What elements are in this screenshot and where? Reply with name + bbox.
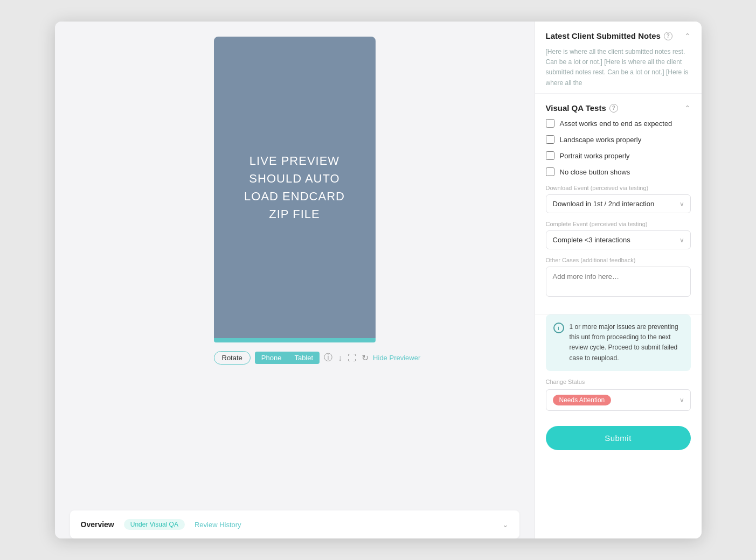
change-status-section: Change Status Needs Attention [535,379,702,418]
qa-check-label-1: Asset works end to end as expected [560,120,672,128]
download-event-group: Download Event (perceived via testing) D… [546,185,691,213]
notes-content: [Here is where all the client submitted … [546,47,691,86]
needs-attention-badge: Needs Attention [553,395,612,405]
right-panel: Latest Client Submitted Notes ? ⌃ [Here … [535,22,702,538]
qa-checkbox-2[interactable] [546,135,554,144]
download-icon[interactable]: ↓ [338,353,342,363]
status-select-wrapper: Needs Attention [546,389,691,411]
notes-section: Latest Client Submitted Notes ? ⌃ [Here … [535,22,702,94]
info-banner-text: 1 or more major issues are preventing th… [570,322,683,363]
refresh-icon[interactable]: ↻ [362,353,369,363]
qa-section-title: Visual QA Tests ? [546,103,618,113]
complete-event-select[interactable]: Complete <3 interactions Complete 3+ int… [546,230,691,249]
download-event-select[interactable]: Download in 1st / 2nd interaction Downlo… [546,194,691,213]
other-cases-textarea[interactable] [546,267,691,297]
qa-collapse-icon[interactable]: ⌃ [684,104,691,113]
preview-controls-left: Rotate Phone Tablet ⓘ ↓ ⛶ ↻ [214,351,369,365]
info-banner-icon: i [553,323,564,333]
phone-tablet-toggle: Phone Tablet [255,352,320,364]
status-display[interactable]: Needs Attention [546,389,691,411]
download-event-select-wrapper: Download in 1st / 2nd interaction Downlo… [546,194,691,213]
notes-section-header: Latest Client Submitted Notes ? ⌃ [546,31,691,40]
change-status-label: Change Status [546,379,691,385]
fullscreen-icon[interactable]: ⛶ [348,353,356,363]
preview-phone-bottom [214,338,376,342]
info-banner: i 1 or more major issues are preventing … [546,314,691,371]
notes-help-icon[interactable]: ? [664,32,672,40]
qa-checkbox-4[interactable] [546,167,554,176]
qa-check-item-4: No close button shows [546,167,691,176]
phone-preview: LIVE PREVIEW SHOULD AUTO LOAD ENDCARD ZI… [214,37,376,338]
qa-checkbox-1[interactable] [546,119,554,128]
rotate-button[interactable]: Rotate [214,351,251,365]
review-history-link[interactable]: Review History [195,521,241,529]
qa-check-label-4: No close button shows [560,168,630,176]
app-container: LIVE PREVIEW SHOULD AUTO LOAD ENDCARD ZI… [55,22,702,538]
notes-collapse-icon[interactable]: ⌃ [684,32,691,40]
qa-check-label-3: Portrait works properly [560,152,630,160]
overview-chevron-icon[interactable]: ⌄ [502,520,509,529]
download-event-label: Download Event (perceived via testing) [546,185,691,191]
complete-event-select-wrapper: Complete <3 interactions Complete 3+ int… [546,230,691,249]
phone-button[interactable]: Phone [255,352,288,364]
preview-icons: ⓘ ↓ ⛶ ↻ [324,352,369,363]
other-cases-group: Other Cases (additional feedback) [546,257,691,299]
qa-checkbox-3[interactable] [546,151,554,160]
qa-check-item-1: Asset works end to end as expected [546,119,691,128]
tablet-button[interactable]: Tablet [288,352,320,364]
hide-previewer-link[interactable]: Hide Previewer [373,354,420,362]
qa-checkboxes: Asset works end to end as expected Lands… [546,119,691,176]
qa-check-label-2: Landscape works properly [560,136,642,144]
submit-button[interactable]: Submit [546,426,691,450]
main-area: LIVE PREVIEW SHOULD AUTO LOAD ENDCARD ZI… [55,22,535,538]
notes-section-title: Latest Client Submitted Notes ? [546,31,672,40]
preview-text: LIVE PREVIEW SHOULD AUTO LOAD ENDCARD ZI… [244,152,345,223]
qa-check-item-2: Landscape works properly [546,135,691,144]
qa-check-item-3: Portrait works properly [546,151,691,160]
help-circle-icon[interactable]: ⓘ [324,352,332,363]
overview-label: Overview [81,520,114,529]
qa-section: Visual QA Tests ? ⌃ Asset works end to e… [535,94,702,314]
complete-event-label: Complete Event (perceived via testing) [546,221,691,227]
preview-wrapper: LIVE PREVIEW SHOULD AUTO LOAD ENDCARD ZI… [70,37,519,498]
complete-event-group: Complete Event (perceived via testing) C… [546,221,691,249]
qa-section-header: Visual QA Tests ? ⌃ [546,103,691,113]
visual-qa-badge: Under Visual QA [124,519,185,530]
qa-help-icon[interactable]: ? [609,104,618,113]
preview-controls: Rotate Phone Tablet ⓘ ↓ ⛶ ↻ Hide Preview… [214,351,376,365]
other-cases-label: Other Cases (additional feedback) [546,257,691,263]
overview-bar: Overview Under Visual QA Review History … [70,510,519,538]
